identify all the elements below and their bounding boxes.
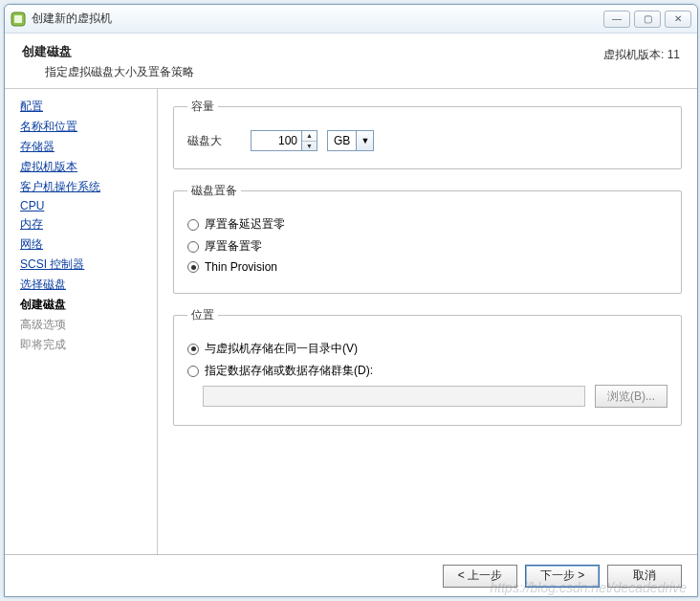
wizard-steps-sidebar: 配置 名称和位置 存储器 虚拟机版本 客户机操作系统 CPU 内存 网络 SCS…	[5, 89, 158, 554]
wizard-footer: < 上一步 下一步 > 取消	[5, 554, 697, 596]
step-memory[interactable]: 内存	[20, 216, 153, 233]
radio-thick-lazy[interactable]: 厚置备延迟置零	[187, 216, 667, 233]
step-select-disk[interactable]: 选择磁盘	[20, 277, 153, 293]
browse-button: 浏览(B)...	[595, 385, 667, 408]
step-vm-version[interactable]: 虚拟机版本	[20, 159, 153, 175]
app-icon	[11, 11, 26, 27]
radio-icon	[187, 261, 199, 273]
spinner-down-icon[interactable]: ▼	[302, 142, 317, 151]
capacity-fieldset: 容量 磁盘大 ▲ ▼ GB ▼	[173, 99, 682, 169]
datastore-path-input	[203, 386, 585, 407]
step-name-location[interactable]: 名称和位置	[20, 119, 153, 135]
radio-label: 指定数据存储或数据存储群集(D):	[205, 363, 373, 379]
disk-size-label: 磁盘大	[187, 133, 241, 149]
page-subtitle: 指定虚拟磁盘大小及置备策略	[45, 64, 680, 80]
spinner-up-icon[interactable]: ▲	[302, 131, 317, 142]
radio-icon	[187, 366, 199, 377]
dialog-window: 创建新的虚拟机 — ▢ ✕ 创建磁盘 指定虚拟磁盘大小及置备策略 虚拟机版本: …	[4, 4, 698, 597]
capacity-legend: 容量	[187, 99, 218, 115]
radio-label: 厚置备置零	[205, 238, 262, 255]
cancel-button[interactable]: 取消	[607, 565, 682, 588]
minimize-button[interactable]: —	[603, 11, 630, 28]
next-button[interactable]: 下一步 >	[525, 565, 600, 588]
back-button[interactable]: < 上一步	[443, 565, 517, 588]
wizard-body: 配置 名称和位置 存储器 虚拟机版本 客户机操作系统 CPU 内存 网络 SCS…	[5, 89, 697, 554]
radio-label: 与虚拟机存储在同一目录中(V)	[205, 341, 358, 357]
maximize-button[interactable]: ▢	[634, 11, 661, 28]
step-storage[interactable]: 存储器	[20, 139, 153, 155]
step-cpu[interactable]: CPU	[20, 199, 153, 212]
vm-version-label: 虚拟机版本: 11	[603, 47, 680, 63]
radio-specify-datastore[interactable]: 指定数据存储或数据存储群集(D):	[187, 363, 667, 379]
step-network[interactable]: 网络	[20, 236, 153, 253]
chevron-down-icon: ▼	[356, 131, 373, 150]
step-scsi-controller[interactable]: SCSI 控制器	[20, 256, 153, 273]
radio-label: 厚置备延迟置零	[205, 216, 285, 233]
wizard-header: 创建磁盘 指定虚拟磁盘大小及置备策略 虚拟机版本: 11	[5, 33, 697, 89]
radio-icon	[187, 344, 199, 355]
disk-size-spinner[interactable]: ▲ ▼	[302, 130, 317, 151]
step-advanced-options: 高级选项	[20, 317, 153, 333]
radio-thick-eager[interactable]: 厚置备置零	[187, 238, 667, 255]
disk-size-input[interactable]	[251, 130, 302, 151]
step-ready-complete: 即将完成	[20, 337, 153, 353]
close-button[interactable]: ✕	[665, 11, 691, 28]
radio-icon	[187, 219, 199, 231]
disk-size-unit-value: GB	[328, 134, 356, 147]
svg-rect-1	[14, 15, 22, 23]
radio-same-directory[interactable]: 与虚拟机存储在同一目录中(V)	[187, 341, 667, 357]
provisioning-fieldset: 磁盘置备 厚置备延迟置零 厚置备置零 Thin Provision	[173, 183, 682, 294]
radio-icon	[187, 241, 199, 253]
provisioning-legend: 磁盘置备	[187, 183, 241, 199]
step-configuration[interactable]: 配置	[20, 99, 153, 115]
location-legend: 位置	[187, 307, 218, 323]
window-controls: — ▢ ✕	[603, 11, 691, 28]
window-title: 创建新的虚拟机	[32, 11, 603, 27]
titlebar: 创建新的虚拟机 — ▢ ✕	[5, 5, 697, 33]
disk-size-unit-select[interactable]: GB ▼	[327, 130, 374, 151]
radio-label: Thin Provision	[205, 260, 277, 274]
radio-thin-provision[interactable]: Thin Provision	[187, 260, 667, 274]
step-create-disk: 创建磁盘	[20, 297, 153, 313]
step-guest-os[interactable]: 客户机操作系统	[20, 179, 153, 195]
page-title: 创建磁盘	[22, 43, 680, 60]
location-fieldset: 位置 与虚拟机存储在同一目录中(V) 指定数据存储或数据存储群集(D): 浏览(…	[173, 307, 682, 426]
wizard-content: 容量 磁盘大 ▲ ▼ GB ▼	[158, 89, 697, 554]
